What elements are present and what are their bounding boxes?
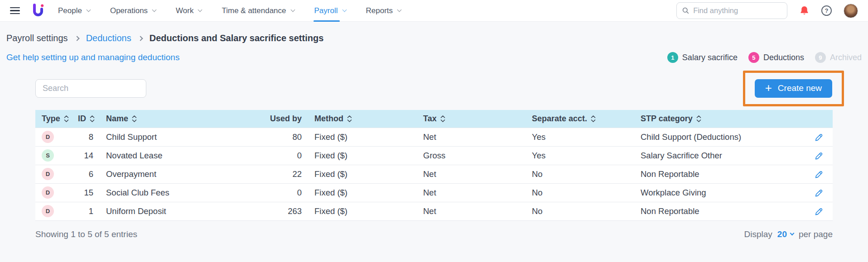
global-search[interactable] bbox=[676, 2, 787, 19]
column-header-label: Method bbox=[314, 114, 343, 124]
cell-name: Social Club Fees bbox=[100, 183, 245, 202]
type-badge: D bbox=[42, 205, 54, 217]
cell-type: D bbox=[35, 202, 72, 220]
column-header-label: Tax bbox=[423, 114, 437, 124]
cell-tax: Gross bbox=[417, 146, 526, 165]
edit-icon[interactable] bbox=[814, 151, 824, 161]
edit-icon[interactable] bbox=[814, 207, 824, 216]
column-header-name[interactable]: Name bbox=[100, 110, 245, 128]
hamburger-menu-icon[interactable] bbox=[10, 7, 20, 14]
legend-salary-sacrifice[interactable]: 1Salary sacrifice bbox=[667, 52, 738, 63]
breadcrumb-deductions[interactable]: Deductions bbox=[86, 33, 131, 43]
column-header-label: Name bbox=[106, 114, 128, 124]
cell-name: Uniform Deposit bbox=[100, 202, 245, 220]
column-header-inner: ID bbox=[78, 114, 95, 124]
cell-name: Child Support bbox=[100, 128, 245, 146]
cell-type: S bbox=[35, 146, 72, 165]
app-logo[interactable] bbox=[32, 4, 44, 18]
search-icon bbox=[682, 7, 689, 14]
sort-icon bbox=[440, 115, 445, 123]
cell-tax: Net bbox=[417, 183, 526, 202]
cell-edit bbox=[805, 146, 833, 165]
type-badge: S bbox=[42, 149, 54, 162]
nav-item-people[interactable]: People bbox=[58, 6, 90, 15]
cell-method: Fixed ($) bbox=[308, 128, 417, 146]
nav-item-time-attendance[interactable]: Time & attendance bbox=[222, 6, 294, 15]
legend-label: Archived bbox=[830, 53, 862, 62]
legend-deductions[interactable]: 5Deductions bbox=[748, 52, 804, 63]
nav-item-work[interactable]: Work bbox=[176, 6, 202, 15]
nav-item-payroll[interactable]: Payroll bbox=[314, 6, 346, 15]
topnav-right: ? bbox=[676, 2, 858, 19]
legend-archived[interactable]: 9Archived bbox=[815, 52, 862, 63]
cell-edit bbox=[805, 202, 833, 220]
cell-id: 8 bbox=[72, 128, 100, 146]
column-header-separate-acct[interactable]: Separate acct. bbox=[526, 110, 634, 128]
search-input[interactable] bbox=[35, 79, 146, 98]
help-icon[interactable]: ? bbox=[821, 5, 832, 16]
chevron-down-icon bbox=[397, 8, 402, 12]
cell-id: 1 bbox=[72, 202, 100, 220]
cell-type: D bbox=[35, 128, 72, 146]
column-header-id[interactable]: ID bbox=[72, 110, 100, 128]
cell-edit bbox=[805, 128, 833, 146]
edit-icon[interactable] bbox=[814, 133, 824, 142]
deductions-table: TypeIDNameUsed byMethodTaxSeparate acct.… bbox=[35, 110, 833, 221]
column-header-stp-category[interactable]: STP category bbox=[634, 110, 805, 128]
edit-icon[interactable] bbox=[814, 188, 824, 198]
edit-icon[interactable] bbox=[814, 170, 824, 179]
table-row: D1Uniform Deposit263Fixed ($)NetNoNon Re… bbox=[35, 202, 833, 220]
legend-count-badge: 9 bbox=[815, 52, 826, 63]
chevron-down-icon bbox=[290, 8, 295, 12]
cell-method: Fixed ($) bbox=[308, 183, 417, 202]
column-header-inner: Used by bbox=[270, 114, 302, 124]
plus-icon: + bbox=[765, 82, 772, 94]
cell-stp-category: Non Reportable bbox=[634, 165, 805, 183]
cell-separate-acct: Yes bbox=[526, 146, 634, 165]
column-header-label: Used by bbox=[270, 114, 302, 124]
edit-pencil-icon bbox=[814, 207, 824, 216]
cell-edit bbox=[805, 183, 833, 202]
cell-separate-acct: No bbox=[526, 183, 634, 202]
cell-used-by: 22 bbox=[245, 165, 308, 183]
legend-label: Deductions bbox=[763, 53, 804, 62]
cell-type: D bbox=[35, 183, 72, 202]
table-row: D15Social Club Fees0Fixed ($)NetNoWorkpl… bbox=[35, 183, 833, 202]
nav-item-reports[interactable]: Reports bbox=[366, 6, 401, 15]
sort-icon bbox=[132, 115, 137, 123]
column-header-label: STP category bbox=[641, 114, 693, 124]
table-footer: Showing 1 to 5 of 5 entries Display 20 p… bbox=[35, 229, 833, 239]
cell-used-by: 0 bbox=[245, 183, 308, 202]
nav-item-operations[interactable]: Operations bbox=[110, 6, 156, 15]
column-header-method[interactable]: Method bbox=[308, 110, 417, 128]
table-row: D6Overpayment22Fixed ($)NetNoNon Reporta… bbox=[35, 165, 833, 183]
sort-icon bbox=[64, 115, 69, 123]
cell-stp-category: Salary Sacrifice Other bbox=[634, 146, 805, 165]
sort-icon bbox=[696, 115, 701, 123]
table-header-row: TypeIDNameUsed byMethodTaxSeparate acct.… bbox=[35, 110, 833, 128]
sort-icon bbox=[591, 115, 596, 123]
create-new-button[interactable]: + Create new bbox=[755, 79, 832, 98]
global-search-input[interactable] bbox=[693, 6, 781, 15]
per-page-suffix: per page bbox=[799, 229, 833, 239]
legend-count-badge: 1 bbox=[667, 52, 678, 63]
cell-tax: Net bbox=[417, 128, 526, 146]
help-link[interactable]: Get help setting up and managing deducti… bbox=[6, 52, 179, 62]
table-row: D8Child Support80Fixed ($)NetYesChild Su… bbox=[35, 128, 833, 146]
nav-item-label: Work bbox=[176, 6, 193, 15]
notifications-bell-icon[interactable] bbox=[799, 5, 810, 16]
legend-count-badge: 5 bbox=[748, 52, 759, 63]
per-page-dropdown[interactable]: 20 bbox=[777, 229, 794, 239]
breadcrumb-payroll-settings[interactable]: Payroll settings bbox=[6, 33, 68, 43]
user-avatar[interactable] bbox=[844, 4, 858, 18]
table-row: S14Novated Lease0Fixed ($)GrossYesSalary… bbox=[35, 146, 833, 165]
column-header-type[interactable]: Type bbox=[35, 110, 72, 128]
nav-item-label: Time & attendance bbox=[222, 6, 286, 15]
cell-stp-category: Child Support (Deductions) bbox=[634, 128, 805, 146]
chevron-down-icon bbox=[198, 8, 203, 12]
cell-name: Overpayment bbox=[100, 165, 245, 183]
column-header-tax[interactable]: Tax bbox=[417, 110, 526, 128]
cell-stp-category: Workplace Giving bbox=[634, 183, 805, 202]
column-header-inner: Name bbox=[106, 114, 137, 124]
chevron-right-icon bbox=[74, 36, 79, 41]
